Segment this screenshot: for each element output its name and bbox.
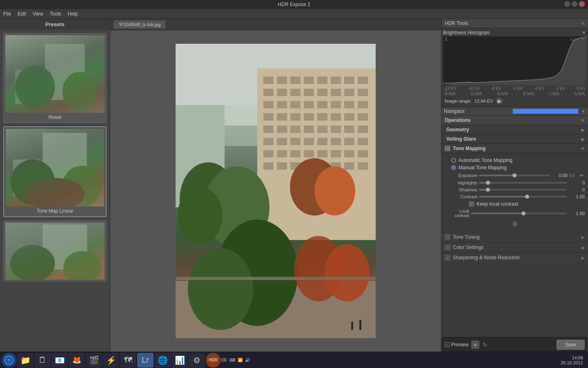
menu-file[interactable]: File xyxy=(3,11,11,17)
navigator-thumb xyxy=(513,109,579,114)
image-range: Image range: 12.44 EV ▶ xyxy=(443,97,586,105)
manual-tone-radio[interactable] xyxy=(451,165,456,170)
svg-rect-78 xyxy=(358,162,368,170)
svg-rect-77 xyxy=(344,162,354,170)
keep-local-contrast-row[interactable]: ✓ Keep local contrast xyxy=(469,201,585,207)
preview-check[interactable]: ✓ Preview xyxy=(445,342,469,348)
svg-rect-23 xyxy=(263,89,274,96)
color-settings-row[interactable]: Color Settings ▶ xyxy=(441,242,588,252)
svg-rect-53 xyxy=(344,126,354,133)
shadows-value: 0 xyxy=(568,187,585,192)
tone-tuning-toggle[interactable] xyxy=(445,234,450,240)
taskbar-globe[interactable]: 🌐 xyxy=(154,353,171,368)
ev-label-4: -4 EV xyxy=(534,86,544,91)
exposure-thumb[interactable] xyxy=(512,173,517,177)
veiling-glare-arrow: ▶ xyxy=(581,137,585,141)
save-button[interactable]: Save xyxy=(557,340,585,350)
preview-checkbox[interactable]: ✓ xyxy=(445,342,450,347)
sharpening-arrow: ▶ xyxy=(581,256,585,260)
svg-point-82 xyxy=(178,187,223,244)
ev-label-2: -8 EV xyxy=(491,86,501,91)
menu-edit[interactable]: Edit xyxy=(18,11,26,17)
auto-tone-radio-row[interactable]: Automatic Tone Mapping xyxy=(451,157,585,163)
tone-mapping-toggle[interactable] xyxy=(445,146,450,151)
contrast-slider[interactable] xyxy=(479,196,567,197)
presets-list[interactable]: Reset Tone Map Linear xyxy=(0,30,110,352)
taskbar-hdr[interactable]: HDR xyxy=(206,353,220,368)
preset-reset-label: Reset xyxy=(5,113,105,121)
menu-tools[interactable]: Tools xyxy=(50,11,61,17)
taskbar-lightning[interactable]: ⚡ xyxy=(103,353,119,368)
preset-third[interactable] xyxy=(3,220,107,282)
play-button[interactable]: ▶ xyxy=(496,98,503,104)
maximize-button[interactable] xyxy=(572,1,577,7)
preset-tone-map-linear[interactable]: Tone Map Linear xyxy=(3,126,107,217)
preset-reset[interactable]: Reset xyxy=(3,33,107,123)
taskbar-map[interactable]: 🗺 xyxy=(120,353,136,368)
svg-rect-91 xyxy=(359,320,361,330)
highlights-thumb[interactable] xyxy=(486,181,490,185)
taskbar-notes[interactable]: 🗒 xyxy=(34,353,51,368)
tone-tuning-label: Tone Tuning xyxy=(453,234,581,240)
add-button[interactable]: + xyxy=(471,341,479,349)
histogram-dropdown-arrow[interactable]: ▼ xyxy=(581,30,586,36)
contrast-thumb[interactable] xyxy=(525,195,529,199)
svg-rect-57 xyxy=(290,138,301,145)
taskbar-firefox[interactable]: 🦊 xyxy=(69,353,85,368)
sharpening-toggle[interactable] xyxy=(445,255,450,260)
close-button[interactable] xyxy=(579,1,585,7)
navigator-row[interactable]: Navigator ▼ xyxy=(441,107,588,115)
color-settings-toggle[interactable] xyxy=(445,245,450,250)
svg-rect-35 xyxy=(317,101,327,108)
svg-rect-60 xyxy=(331,138,341,145)
minimize-button[interactable] xyxy=(564,1,570,7)
ev-label-3: -6 EV xyxy=(512,86,523,91)
svg-rect-27 xyxy=(317,89,327,96)
center-panel: *P1040640_lr-hdr.jpg xyxy=(110,19,441,352)
menu-help[interactable]: Help xyxy=(68,11,78,17)
highlights-slider[interactable] xyxy=(479,182,567,184)
geometry-row[interactable]: Geometry ▶ xyxy=(441,125,588,134)
svg-rect-72 xyxy=(277,162,287,170)
tone-mapping-settings-icon[interactable]: ⚙ xyxy=(445,220,585,228)
taskbar-chart[interactable]: 📊 xyxy=(172,353,188,368)
preset-reset-thumb xyxy=(5,35,105,113)
operations-arrow: ▼ xyxy=(581,118,585,123)
tone-tuning-row[interactable]: Tone Tuning ▶ xyxy=(441,232,588,242)
exposure-eyedropper[interactable]: ✏ xyxy=(579,173,585,178)
presets-title: Presets xyxy=(0,19,110,30)
svg-point-2 xyxy=(15,65,55,109)
local-contrast-slider[interactable] xyxy=(471,213,567,214)
svg-rect-21 xyxy=(344,76,354,84)
taskbar-mail[interactable]: 📧 xyxy=(51,353,68,368)
svg-rect-43 xyxy=(317,113,327,121)
svg-rect-66 xyxy=(304,150,314,157)
veiling-glare-row[interactable]: Veiling Glare ▶ xyxy=(441,134,588,144)
start-button[interactable] xyxy=(2,353,16,368)
svg-rect-16 xyxy=(277,76,287,84)
sharpening-row[interactable]: Sharpening & Noise Reduction ▶ xyxy=(441,252,588,263)
local-contrast-thumb[interactable] xyxy=(521,211,526,215)
operations-row[interactable]: Operations ▼ xyxy=(441,115,588,125)
keep-local-contrast-checkbox[interactable]: ✓ xyxy=(469,202,474,206)
taskbar-settings2[interactable]: ⚙ xyxy=(189,353,205,368)
exposure-slider[interactable] xyxy=(479,175,550,176)
svg-rect-68 xyxy=(331,150,341,157)
svg-point-87 xyxy=(188,248,253,330)
svg-rect-34 xyxy=(304,101,314,108)
histogram-canvas: S H ◁▷ xyxy=(443,36,586,85)
taskbar-folder[interactable]: 📁 xyxy=(17,353,33,368)
hdr-tools-close[interactable]: ✕ xyxy=(581,20,585,26)
taskbar-lightroom[interactable]: Lr xyxy=(137,353,154,368)
tone-mapping-row[interactable]: Tone Mapping ▼ xyxy=(441,144,588,153)
shadows-thumb[interactable] xyxy=(486,188,490,192)
refresh-button[interactable]: ↻ xyxy=(481,341,489,349)
geometry-arrow: ▶ xyxy=(581,128,585,132)
manual-tone-radio-row[interactable]: Manual Tone Mapping xyxy=(451,165,585,171)
shadows-slider[interactable] xyxy=(479,189,567,191)
geometry-label: Geometry xyxy=(446,127,581,132)
menu-view[interactable]: View xyxy=(33,11,43,17)
image-tab[interactable]: *P1040640_lr-hdr.jpg xyxy=(114,20,165,29)
auto-tone-radio[interactable] xyxy=(451,158,456,163)
taskbar-film[interactable]: 🎬 xyxy=(86,353,102,368)
